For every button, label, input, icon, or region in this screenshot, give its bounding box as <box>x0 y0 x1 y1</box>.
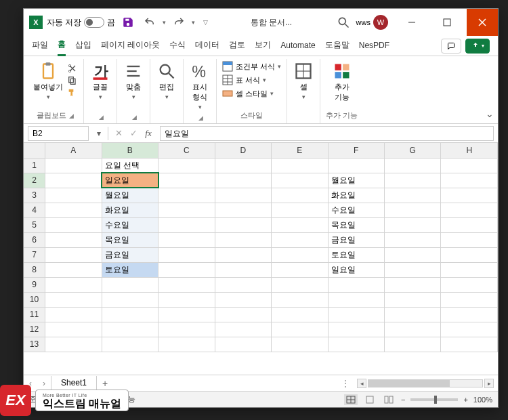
cell[interactable] <box>102 322 158 337</box>
number-dialog-launcher[interactable]: ◢ <box>198 114 203 121</box>
cell[interactable] <box>45 217 102 232</box>
tab-home[interactable]: 홈 <box>58 36 66 56</box>
cell[interactable] <box>215 247 271 262</box>
row-header[interactable]: 9 <box>24 277 45 292</box>
hscroll-left-button[interactable]: ◂ <box>357 379 366 388</box>
cut-icon[interactable] <box>67 63 78 74</box>
tab-automate[interactable]: Automate <box>280 38 315 54</box>
cell[interactable] <box>158 232 215 247</box>
tab-page-layout[interactable]: 페이지 레이아웃 <box>101 37 160 55</box>
share-button[interactable]: ▾ <box>465 39 490 54</box>
cell[interactable] <box>45 337 102 352</box>
cell[interactable] <box>215 337 271 352</box>
cell[interactable] <box>272 203 328 217</box>
tab-insert[interactable]: 삽입 <box>75 37 91 55</box>
cell[interactable] <box>272 247 328 262</box>
cell[interactable] <box>272 307 328 322</box>
cell[interactable]: 금요일 <box>102 247 158 262</box>
cell[interactable] <box>328 292 384 307</box>
comments-button[interactable] <box>441 39 461 54</box>
cell[interactable] <box>441 262 498 277</box>
cell[interactable] <box>384 262 440 277</box>
zoom-level[interactable]: 100% <box>473 396 492 404</box>
cell[interactable] <box>328 307 384 322</box>
cell[interactable] <box>45 203 102 217</box>
row-header[interactable]: 4 <box>24 203 45 217</box>
cell[interactable]: 목요일 <box>328 217 384 232</box>
cell[interactable] <box>158 217 215 232</box>
row-header[interactable]: 7 <box>24 247 45 262</box>
cell[interactable] <box>158 188 215 203</box>
cell[interactable] <box>441 307 498 322</box>
cell[interactable]: 토요일 <box>102 262 158 277</box>
redo-dropdown[interactable]: ▾ <box>192 19 195 26</box>
tab-data[interactable]: 데이터 <box>195 37 219 55</box>
row-header[interactable]: 3 <box>24 188 45 203</box>
collapse-ribbon-button[interactable]: ⌄ <box>486 108 494 119</box>
col-header-a[interactable]: A <box>45 143 102 158</box>
row-header[interactable]: 12 <box>24 322 45 337</box>
save-button[interactable] <box>119 14 137 31</box>
cell[interactable] <box>441 247 498 262</box>
cell[interactable] <box>215 158 271 173</box>
cell[interactable]: 요일 선택 <box>102 158 158 173</box>
zoom-slider[interactable] <box>410 398 458 401</box>
cell[interactable] <box>158 307 215 322</box>
cell[interactable] <box>45 277 102 292</box>
undo-button[interactable] <box>141 14 158 31</box>
cell[interactable] <box>45 322 102 337</box>
minimize-button[interactable] <box>396 9 427 36</box>
name-box-dropdown[interactable]: ▾ <box>93 126 105 141</box>
select-all-button[interactable] <box>24 143 45 158</box>
cell[interactable]: 목요일 <box>102 232 158 247</box>
cell[interactable] <box>102 277 158 292</box>
cell[interactable] <box>384 277 440 292</box>
tab-help[interactable]: 도움말 <box>325 37 350 55</box>
cell[interactable] <box>328 158 384 173</box>
cell[interactable] <box>272 262 328 277</box>
cell[interactable] <box>215 173 271 188</box>
number-format-button[interactable]: % 표시 형식 ▾ <box>189 60 211 112</box>
cell[interactable]: 화요일 <box>102 203 158 217</box>
cell[interactable] <box>45 307 102 322</box>
account-button[interactable]: wws W <box>356 15 388 30</box>
cell[interactable] <box>384 307 440 322</box>
cell[interactable] <box>215 217 271 232</box>
cell[interactable] <box>45 232 102 247</box>
view-page-layout-button[interactable] <box>363 394 377 405</box>
formula-input[interactable]: 일요일 <box>160 126 494 141</box>
cell[interactable] <box>102 337 158 352</box>
cell[interactable] <box>215 262 271 277</box>
cell[interactable] <box>384 188 440 203</box>
cell[interactable] <box>102 292 158 307</box>
addins-button[interactable]: 추가 기능 <box>331 60 353 104</box>
name-box[interactable]: B2 <box>28 126 89 141</box>
row-header[interactable]: 5 <box>24 217 45 232</box>
row-header[interactable]: 11 <box>24 307 45 322</box>
cell[interactable] <box>384 232 440 247</box>
autosave-toggle[interactable]: 자동 저장 끔 <box>47 17 115 28</box>
hscroll-right-button[interactable]: ▸ <box>484 379 494 388</box>
cell[interactable]: 수요일 <box>102 217 158 232</box>
view-normal-button[interactable] <box>344 394 358 405</box>
tab-file[interactable]: 파일 <box>32 37 48 55</box>
cell[interactable] <box>441 337 498 352</box>
cell[interactable] <box>45 188 102 203</box>
tab-review[interactable]: 검토 <box>229 37 245 55</box>
hscroll-track[interactable] <box>368 379 483 387</box>
cell[interactable]: 토요일 <box>328 247 384 262</box>
align-dialog-launcher[interactable]: ◢ <box>132 114 137 121</box>
paste-button[interactable]: 붙여넣기 ▾ <box>32 60 64 102</box>
cell-styles-button[interactable]: 셀 스타일 ▾ <box>222 87 281 100</box>
cell[interactable] <box>328 277 384 292</box>
table-format-button[interactable]: 표 서식 ▾ <box>222 74 281 86</box>
cell[interactable] <box>215 188 271 203</box>
cell[interactable] <box>158 322 215 337</box>
row-header[interactable]: 8 <box>24 262 45 277</box>
tab-view[interactable]: 보기 <box>255 37 271 55</box>
cell[interactable] <box>215 232 271 247</box>
cell[interactable] <box>158 158 215 173</box>
cell[interactable] <box>384 337 440 352</box>
row-header[interactable]: 13 <box>24 337 45 352</box>
cell[interactable] <box>215 277 271 292</box>
